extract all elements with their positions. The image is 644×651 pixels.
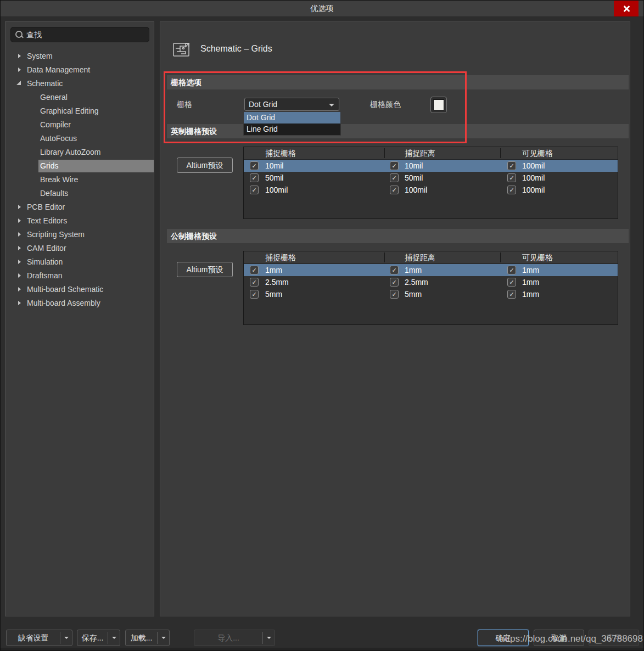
title-bar: 优选项 [1, 1, 643, 17]
altium-preset-button-metric[interactable]: Altium预设 [177, 262, 233, 277]
search-box[interactable] [10, 27, 149, 42]
sidebar-item-system[interactable]: System [5, 49, 154, 63]
grid-color-label: 栅格颜色 [370, 100, 401, 110]
table-header: 捕捉栅格 捕捉距离 可见栅格 [244, 251, 618, 264]
checkbox-checked[interactable]: ✓ [507, 186, 516, 194]
chevron-right-icon [18, 246, 21, 250]
preferences-tree: System Data Management Schematic General… [5, 49, 154, 310]
cancel-button[interactable]: 取消 [534, 630, 584, 646]
dropdown-option-line-grid[interactable]: Line Grid [244, 124, 340, 135]
chevron-expanded-icon [16, 81, 21, 85]
sidebar-item-cam-editor[interactable]: CAM Editor [5, 242, 154, 255]
table-row[interactable]: ✓2.5mm ✓2.5mm ✓1mm [244, 276, 618, 288]
ok-button[interactable]: 确定 [478, 630, 529, 646]
column-snap-grid: 捕捉栅格 [265, 149, 296, 159]
sidebar: System Data Management Schematic General… [5, 21, 154, 616]
checkbox-checked[interactable]: ✓ [250, 186, 259, 194]
grid-type-dropdown-list: Dot Grid Line Grid [243, 111, 341, 136]
column-divider [500, 148, 501, 158]
sidebar-item-scripting-system[interactable]: Scripting System [5, 228, 154, 242]
grid-color-value [433, 99, 444, 110]
column-visible-grid: 可见栅格 [522, 149, 553, 159]
column-visible-grid: 可见栅格 [522, 253, 553, 263]
checkbox-checked[interactable]: ✓ [507, 290, 516, 299]
checkbox-checked[interactable]: ✓ [250, 290, 259, 299]
load-button[interactable]: 加载... [125, 630, 170, 646]
table-row[interactable]: ✓10mil ✓10mil ✓100mil [244, 160, 618, 172]
sidebar-item-simulation[interactable]: Simulation [5, 255, 154, 269]
column-snap-distance: 捕捉距离 [405, 149, 435, 159]
altium-preset-button-imperial[interactable]: Altium预设 [177, 158, 233, 173]
sidebar-item-grids[interactable]: Grids [5, 159, 154, 173]
search-input[interactable] [26, 28, 146, 41]
checkbox-checked[interactable]: ✓ [507, 161, 516, 170]
sidebar-item-general[interactable]: General [5, 91, 154, 104]
checkbox-checked[interactable]: ✓ [507, 173, 516, 182]
sidebar-item-autofocus[interactable]: AutoFocus [5, 132, 154, 145]
grid-color-swatch[interactable] [430, 97, 447, 113]
grid-type-select[interactable]: Dot Grid [244, 98, 339, 111]
checkbox-checked[interactable]: ✓ [390, 173, 399, 182]
checkbox-checked[interactable]: ✓ [390, 266, 399, 274]
import-button: 导入... [194, 630, 275, 646]
checkbox-checked[interactable]: ✓ [507, 278, 516, 287]
checkbox-checked[interactable]: ✓ [390, 186, 399, 194]
window-bottom-edge [1, 648, 643, 650]
sidebar-item-multi-board-assembly[interactable]: Multi-board Assembly [5, 296, 154, 310]
column-divider [384, 252, 385, 262]
preferences-dialog: 优选项 System Data Management Schematic Gen… [0, 0, 644, 651]
dropdown-option-dot-grid[interactable]: Dot Grid [244, 112, 340, 124]
sidebar-item-schematic[interactable]: Schematic [5, 77, 154, 91]
section-grid-options: 栅格选项 [167, 75, 629, 89]
sidebar-item-compiler[interactable]: Compiler [5, 118, 154, 132]
section-imperial-presets: 英制栅格预设 [167, 124, 629, 138]
schematic-document-icon [172, 42, 192, 60]
chevron-down-icon[interactable] [112, 637, 116, 639]
sidebar-item-library-autozoom[interactable]: Library AutoZoom [5, 145, 154, 159]
page-title: Schematic – Grids [200, 44, 272, 54]
grid-type-value: Dot Grid [249, 100, 277, 109]
search-icon [15, 31, 24, 39]
table-row[interactable]: ✓1mm ✓1mm ✓1mm [244, 264, 618, 276]
chevron-right-icon [18, 205, 21, 209]
checkbox-checked[interactable]: ✓ [250, 266, 259, 274]
chevron-down-icon[interactable] [64, 637, 69, 639]
column-snap-distance: 捕捉距离 [405, 253, 435, 263]
checkbox-checked[interactable]: ✓ [390, 290, 399, 299]
checkbox-checked[interactable]: ✓ [390, 278, 399, 287]
save-button[interactable]: 保存... [77, 630, 120, 646]
chevron-down-icon [329, 104, 334, 106]
sidebar-item-text-editors[interactable]: Text Editors [5, 214, 154, 228]
section-metric-presets: 公制栅格预设 [167, 229, 629, 243]
table-header: 捕捉栅格 捕捉距离 可见栅格 [244, 147, 618, 160]
close-icon [623, 5, 630, 13]
table-row[interactable]: ✓100mil ✓100mil ✓100mil [244, 184, 618, 196]
column-divider [500, 252, 501, 262]
sidebar-item-data-management[interactable]: Data Management [5, 63, 154, 77]
chevron-right-icon [18, 218, 21, 223]
defaults-button[interactable]: 缺省设置 [6, 630, 72, 646]
chevron-right-icon [18, 232, 21, 237]
column-snap-grid: 捕捉栅格 [265, 253, 296, 263]
metric-grid-table: 捕捉栅格 捕捉距离 可见栅格 ✓1mm ✓1mm ✓1mm ✓2.5mm ✓2.… [243, 251, 618, 325]
chevron-right-icon [18, 301, 21, 305]
checkbox-checked[interactable]: ✓ [250, 278, 259, 287]
sidebar-item-draftsman[interactable]: Draftsman [5, 269, 154, 283]
close-button[interactable] [614, 1, 639, 16]
checkbox-checked[interactable]: ✓ [507, 266, 516, 274]
chevron-right-icon [18, 260, 21, 264]
chevron-down-icon[interactable] [161, 637, 166, 639]
sidebar-item-multi-board-schematic[interactable]: Multi-board Schematic [5, 283, 154, 296]
chevron-down-icon[interactable] [267, 637, 271, 639]
table-row[interactable]: ✓5mm ✓5mm ✓1mm [244, 288, 618, 300]
sidebar-item-defaults[interactable]: Defaults [5, 187, 154, 200]
sidebar-item-graphical-editing[interactable]: Graphical Editing [5, 104, 154, 118]
sidebar-item-pcb-editor[interactable]: PCB Editor [5, 200, 154, 214]
table-row[interactable]: ✓50mil ✓50mil ✓100mil [244, 172, 618, 184]
checkbox-checked[interactable]: ✓ [250, 161, 259, 170]
checkbox-checked[interactable]: ✓ [250, 173, 259, 182]
chevron-right-icon [18, 273, 21, 278]
window-title: 优选项 [311, 4, 334, 14]
checkbox-checked[interactable]: ✓ [390, 161, 399, 170]
sidebar-item-break-wire[interactable]: Break Wire [5, 173, 154, 187]
